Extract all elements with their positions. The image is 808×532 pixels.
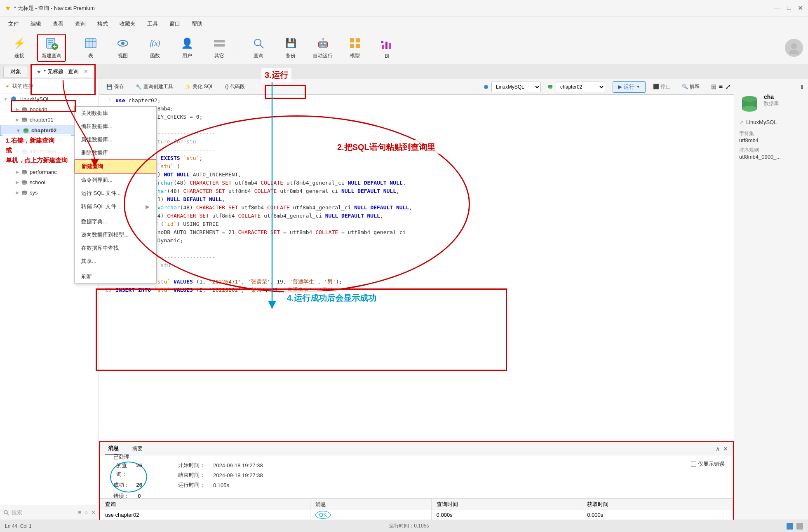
database-select[interactable]: chapter02 <box>556 82 605 92</box>
menu-favorites[interactable]: 收藏夹 <box>115 19 141 29</box>
user-avatar[interactable] <box>785 39 803 57</box>
toolbar-connect[interactable]: ⚡ 连接 <box>5 34 34 62</box>
code-line-8: 8 DROP TABLE IF EXISTS `stu`; <box>99 154 734 162</box>
sidebar-performanc-label: performanc <box>30 169 57 175</box>
ctx-cmd[interactable]: 命令列界面... <box>75 173 156 187</box>
menu-help[interactable]: 帮助 <box>187 19 207 29</box>
ok-badge: OK <box>315 511 331 519</box>
ctx-new-query[interactable]: 新建查询 <box>75 159 156 173</box>
toolbar-user-label: 用户 <box>182 52 192 59</box>
ctx-find-in-db[interactable]: 在数据库中查找 <box>75 241 156 255</box>
svg-point-60 <box>548 87 552 89</box>
sidebar-filter-icon[interactable]: ≡ <box>78 509 81 516</box>
tab-object[interactable]: 对象 <box>3 66 28 77</box>
svg-rect-18 <box>356 38 360 42</box>
toolbar-bi-label: BI <box>385 53 389 59</box>
toolbar-function[interactable]: f(x) 函数 <box>141 34 169 62</box>
toolbar-connect-label: 连接 <box>14 52 24 59</box>
only-errors-label: 仅显示错误 <box>698 460 725 468</box>
explain-btn[interactable]: 🔍 解释 <box>678 82 703 91</box>
ctx-reverse[interactable]: 逆向数据库到模型... <box>75 228 156 241</box>
ctx-delete-db[interactable]: 删除数据库 <box>75 146 156 159</box>
charset-val: utf8mb4 <box>739 137 803 143</box>
menu-window[interactable]: 窗口 <box>164 19 185 29</box>
menu-query[interactable]: 查询 <box>70 19 91 29</box>
svg-point-36 <box>23 131 28 133</box>
sidebar-search[interactable]: 搜索 ≡ ☆ ✕ <box>0 505 99 520</box>
code-snippet-btn[interactable]: () 代码段 <box>221 82 249 91</box>
menu-file[interactable]: 文件 <box>3 19 24 29</box>
db-icon-6 <box>21 159 27 165</box>
titlebar-controls[interactable]: — □ ✕ <box>774 4 803 12</box>
result-stats: 已处理的查询：26 成功：26 错误：0 <box>111 452 146 502</box>
ctx-refresh[interactable]: 刷新 <box>75 270 156 283</box>
info-icon: ℹ <box>739 84 803 90</box>
svg-point-55 <box>4 511 7 514</box>
minimize-btn[interactable]: — <box>774 4 780 12</box>
info-panel: ℹ cha 数据库 ↗ LinuxMySQL 字符集 utf8mb4 <box>734 79 808 532</box>
toolbar-view-label: 视图 <box>118 52 128 59</box>
ctx-data-dict[interactable]: 数据字典... <box>75 215 156 228</box>
grid-view-icon[interactable]: ⊞ <box>711 83 716 91</box>
list-view-icon[interactable]: ≡ <box>719 83 723 91</box>
result-close-icon[interactable]: ✕ <box>723 445 728 452</box>
svg-point-39 <box>22 141 27 143</box>
menu-format[interactable]: 格式 <box>92 19 113 29</box>
result-collapse-icon[interactable]: ∧ <box>716 445 720 452</box>
editor-toolbar: 💾 保存 🔧 查询创建工具 ✨ 美化 SQL () 代码段 LinuxMySQL <box>99 79 734 95</box>
toolbar-model[interactable]: 模型 <box>341 34 369 62</box>
close-btn[interactable]: ✕ <box>798 4 803 12</box>
db-icon-8 <box>21 180 27 185</box>
ctx-new-db[interactable]: 新建数据库... <box>75 133 156 146</box>
ctx-edit-db[interactable]: 编辑数据库... <box>75 120 156 133</box>
ctx-close-db[interactable]: 关闭数据库 <box>75 107 156 120</box>
toolbar-new-query[interactable]: 新建查询 <box>37 34 66 62</box>
user-icon: 👤 <box>180 36 195 51</box>
maximize-btn[interactable]: □ <box>787 4 791 12</box>
menu-view[interactable]: 查看 <box>48 19 68 29</box>
sidebar-close-icon[interactable]: ✕ <box>91 509 96 516</box>
sidebar-item-connection[interactable]: ▼ LinuxMySQL <box>0 94 99 104</box>
toolbar-view[interactable]: 视图 <box>108 34 137 62</box>
row-query-time: 0.000s <box>431 510 582 520</box>
db-icon-3 <box>23 128 29 134</box>
titlebar-left: ★ * 无标题 - 查询 - Navicat Premium <box>5 4 95 12</box>
code-editor[interactable]: 1 use chapter02; 2 NAMES utf8mb4; 3 FORE… <box>99 95 734 441</box>
info-connection-val: LinuxMySQL <box>746 119 777 125</box>
code-snippet-label: () 代码段 <box>225 83 244 90</box>
db-icon-5 <box>21 149 27 155</box>
beautify-label: 美化 SQL <box>193 83 214 90</box>
svg-rect-17 <box>350 38 354 42</box>
toolbar-bi[interactable]: BI <box>373 34 402 62</box>
ctx-dump-sql[interactable]: 转储 SQL 文件▶ <box>75 200 156 213</box>
tab-close-icon[interactable]: ✕ <box>84 68 88 75</box>
run-button[interactable]: ▶ 运行 ▼ <box>613 81 646 93</box>
toolbar-other[interactable]: 其它 <box>205 34 234 62</box>
menu-edit[interactable]: 编辑 <box>26 19 46 29</box>
sidebar-star-icon[interactable]: ☆ <box>84 509 89 516</box>
toolbar-query[interactable]: 查询 <box>244 34 273 62</box>
menu-tools[interactable]: 工具 <box>142 19 163 29</box>
db-icon-9 <box>21 190 27 196</box>
toolbar-user[interactable]: 👤 用户 <box>173 34 202 62</box>
svg-line-56 <box>7 513 9 515</box>
ctx-share[interactable]: 其享... <box>75 255 156 268</box>
tab-query[interactable]: ★ * 无标题 - 查询 ✕ <box>30 66 95 77</box>
sidebar-header: ✦ 我的连接 <box>0 79 99 94</box>
toolbar-table[interactable]: 表 <box>76 34 105 62</box>
svg-point-51 <box>22 183 27 185</box>
connection-select[interactable]: LinuxMySQL <box>491 82 541 92</box>
result-circle: 已处理的查询：26 成功：26 错误：0 <box>108 460 149 493</box>
collate-val: utf8mb4_0900_... <box>739 154 803 160</box>
run-btn-group[interactable]: ▶ 运行 ▼ <box>613 81 646 93</box>
only-errors-checkbox[interactable] <box>691 462 696 467</box>
save-btn[interactable]: 💾 保存 <box>102 82 128 91</box>
toolbar-backup[interactable]: 💾 备份 <box>276 34 305 62</box>
ctx-run-sql[interactable]: 运行 SQL 文件... <box>75 187 156 200</box>
toolbar-autorun[interactable]: 🤖 自动运行 <box>308 34 337 62</box>
query-tool-btn[interactable]: 🔧 查询创建工具 <box>132 82 177 91</box>
ctx-sep <box>75 214 156 214</box>
expand-icon[interactable]: ⤢ <box>725 83 730 91</box>
beautify-btn[interactable]: ✨ 美化 SQL <box>181 82 218 91</box>
stop-btn[interactable]: ⬛ 停止 <box>649 82 674 91</box>
